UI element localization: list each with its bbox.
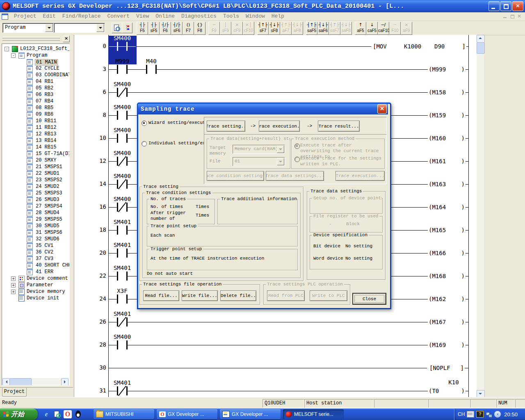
tool-invert-button[interactable]: ─/caF10 [378,22,389,35]
tree-item[interactable]: 23 SMSPS2 [2,177,69,183]
language-indicator[interactable]: CH [458,411,465,417]
panel-close-button[interactable]: × [63,36,70,42]
mdi-child-icon[interactable] [2,14,8,20]
tree-item[interactable]: 36 CV2 [2,249,69,256]
output-coil[interactable]: (M168) [428,271,466,281]
tool-application-button[interactable]: {}F8 [194,22,205,35]
tree-item[interactable]: 31 SMSPS6 [2,229,69,236]
chevron-down-icon[interactable] [96,24,104,32]
output-coil[interactable]: (M160) [428,133,466,143]
tool-or-nc-contact-button[interactable]: ┤/├sF6 [171,22,183,35]
ie-icon[interactable]: e [42,410,50,418]
write-file-button[interactable]: Write file... [182,290,218,301]
task-melsoft-serie-[interactable]: MELSOFT serie... [283,409,344,419]
contact-label[interactable]: SM400 [106,81,139,87]
taskbar-clock[interactable]: 20:50 [504,411,518,418]
output-coil[interactable]: (M164) [428,202,466,212]
output-coil[interactable]: (M165) [428,225,466,235]
tree-item[interactable]: +Device memory [2,288,69,295]
tree-expander-minus-icon[interactable]: - [5,47,9,51]
tree-item[interactable]: +Parameter [2,282,69,288]
menu-online[interactable]: Online [152,12,178,21]
menu-project[interactable]: Project [11,12,40,21]
tray-collapse-icon[interactable]: ‹ [494,411,501,418]
program-combo[interactable]: Program [2,23,54,33]
output-coil[interactable]: (M163) [428,179,466,189]
tool-falling-pulse-button[interactable]: ┤↓├sF8 [269,22,280,35]
tree-item[interactable]: +Device comment [2,275,69,282]
menu-convert[interactable]: Convert [104,12,133,21]
instruction[interactable]: [NOPLF] [427,363,465,373]
tab-project[interactable]: Project [2,388,27,397]
tree-item[interactable]: 27 SMSPS4 [2,203,69,210]
tree-item[interactable]: Device init [2,295,69,301]
contact-label[interactable]: SM400 [106,333,139,340]
tool-up-button[interactable]: ↑aF5 [355,22,366,35]
menu-help[interactable]: Help [268,12,288,21]
menu-diagnostics[interactable]: Diagnostics [178,12,220,21]
restore-button[interactable] [500,1,511,11]
tree-item[interactable]: 20 SMXY [2,157,69,164]
tool-nc-contact-button[interactable]: ┤/├F6 [160,22,171,35]
tree-item[interactable]: 09 RB6 [2,111,69,118]
tree-item[interactable]: 41 ERR [2,269,69,275]
contact-label[interactable]: SM400 [106,150,139,156]
menu-view[interactable]: View [133,12,152,21]
device-combo[interactable] [54,23,105,33]
trace-execution-button[interactable]: race execution. [259,121,300,132]
tree-item[interactable]: 10 RB11 [2,118,69,124]
tool-coil-button[interactable]: ()F7 [183,22,194,35]
output-coil[interactable]: (M169) [428,340,466,350]
tree-item[interactable]: 04 RB1 [2,78,69,85]
contact-label[interactable]: M40 [135,58,168,64]
help-icon[interactable]: ? [476,411,484,418]
task-gx-developer-[interactable]: GX Developer ... [220,409,281,419]
individual-setting-radio[interactable] [142,141,147,146]
tool-down-button[interactable]: ↓caF5 [366,22,378,35]
tool-or-no-contact-button[interactable]: ┤├sF5 [148,22,160,35]
tree-item[interactable]: -Program [2,52,69,59]
tree-item[interactable]: 30 SMUD5 [2,223,69,229]
output-coil[interactable]: (M167) [428,317,466,327]
ladder-vertical-scrollbar[interactable] [477,35,484,398]
output-coil[interactable]: (M999) [428,64,466,74]
contact-label[interactable]: M999 [106,58,139,64]
tool-no-contact-button[interactable]: ┤├F5 [137,22,148,35]
contact-label[interactable]: X3F [106,288,139,294]
contact-label[interactable]: SM401 [106,265,139,271]
read-file-button[interactable]: Read file... [143,290,179,301]
output-coil[interactable]: (M158) [428,87,466,97]
tree-item[interactable]: 01 MAIN [2,59,69,65]
tree-item[interactable]: 35 CV1 [2,242,69,249]
tool-falling-pulse-nc-button[interactable]: ┤↓├saF6 [317,22,329,35]
tree-item[interactable]: 26 SMUD3 [2,196,69,203]
tree-expander-plus-icon[interactable]: + [11,283,16,288]
dialog-close-icon[interactable]: × [377,104,387,114]
tree-item[interactable]: 40 SHORT CHK [2,262,69,269]
menu-edit[interactable]: Edit [40,12,59,21]
mdi-restore-icon[interactable] [509,14,516,19]
scrollbar-thumb[interactable] [477,42,485,54]
tree-expander-plus-icon[interactable]: + [11,290,16,294]
tree-item[interactable]: 14 RB15 [2,144,69,151]
search-icon[interactable] [53,410,61,418]
delete-file-button[interactable]: Delete file.. [220,290,256,301]
tree-item[interactable]: 15 GT-71A(DI [2,151,69,157]
qq-icon[interactable] [74,410,82,418]
tree-item[interactable]: 29 SMSPS5 [2,216,69,223]
tree-item[interactable]: 05 RB2 [2,85,69,91]
network-icon[interactable] [486,411,492,417]
opera-icon[interactable]: O [64,410,72,418]
tree-item[interactable]: 21 SMSPS1 [2,164,69,170]
tool-rising-pulse-button[interactable]: ┤↑├sF7 [257,22,269,35]
scrollbar-thumb[interactable] [9,378,32,386]
task-gx-developer-[interactable]: OGX Developer ... [157,409,217,419]
output-coil[interactable]: (T0) [428,386,466,396]
contact-label[interactable]: SM400 [106,127,139,133]
keyboard-icon[interactable] [467,411,474,418]
output-coil[interactable]: (M162) [428,294,466,304]
scroll-up-arrow[interactable] [477,35,485,43]
wizard-setting-radio[interactable] [142,121,147,126]
output-coil[interactable]: (M159) [428,110,466,120]
tree-item[interactable]: 07 RB4 [2,98,69,105]
